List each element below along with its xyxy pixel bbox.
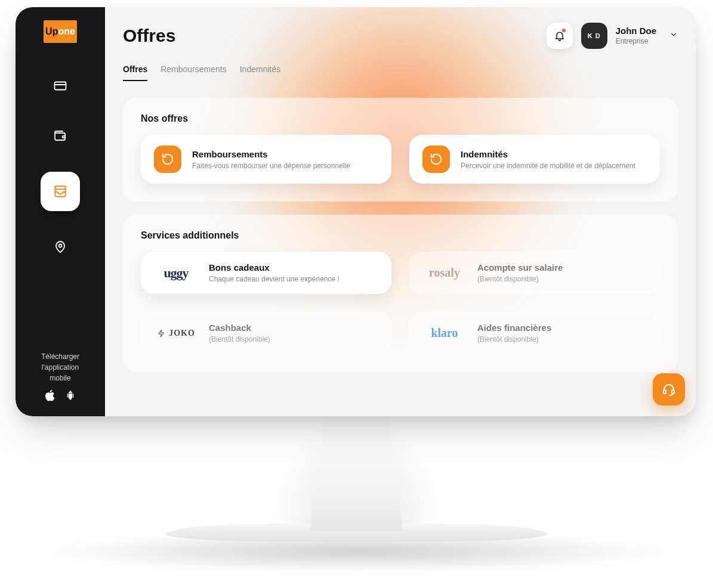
download-label-1: Télécharger (41, 351, 79, 362)
user-name: John Doe (616, 26, 656, 37)
card-subtitle: Chaque cadeau devient une expérience ! (209, 275, 339, 283)
page-title: Offres (123, 26, 175, 46)
tab-remboursements[interactable]: Remboursements (160, 64, 227, 81)
sidebar-item-location[interactable] (46, 233, 75, 261)
card-title: Bons cadeaux (209, 262, 339, 273)
sidebar-item-wallet[interactable] (46, 122, 75, 150)
tabs: Offres Remboursements Indemnités (105, 49, 696, 81)
brand-prefix: Up (45, 26, 58, 37)
sidebar-item-offers[interactable] (41, 172, 80, 211)
notifications-button[interactable] (547, 23, 573, 49)
tab-offres[interactable]: Offres (123, 64, 147, 81)
brand-suffix: one (58, 26, 75, 37)
card-title: Indemnités (461, 149, 635, 159)
card-subtitle: (Bientôt disponible) (477, 275, 563, 283)
location-pin-icon (53, 240, 67, 254)
joko-logo-icon: JOKO (154, 328, 198, 339)
download-label-2: l'application (41, 362, 79, 373)
topbar: Offres K D John Doe Entreprise (105, 7, 696, 49)
card-indemnites[interactable]: Indemnités Percevoir une indemnité de mo… (409, 135, 660, 184)
card-title: Acompte sur salaire (477, 262, 563, 273)
card-subtitle: (Bientôt disponible) (209, 335, 270, 343)
card-joko: JOKO Cashback (Bientôt disponible) (141, 312, 391, 354)
user-menu[interactable]: John Doe Entreprise (616, 26, 656, 46)
refresh-icon (154, 146, 181, 173)
card-uggy[interactable]: uggy Bons cadeaux Chaque cadeau devient … (141, 252, 391, 294)
inbox-icon (53, 184, 68, 199)
tab-label: Indemnités (240, 64, 280, 74)
services-panel-title: Services additionnels (141, 230, 660, 241)
card-subtitle: Faites-vous rembourser une dépense perso… (192, 162, 350, 170)
tab-indemnites[interactable]: Indemnités (240, 64, 280, 81)
user-subtitle: Entreprise (616, 37, 656, 46)
tab-label: Offres (123, 64, 147, 74)
services-panel: Services additionnels uggy Bons cadeaux … (123, 215, 678, 372)
offers-panel: Nos offres Remboursements Faites-vous re… (123, 98, 678, 202)
sidebar-nav (41, 72, 80, 261)
sidebar: Upone Télécharger l'application mobile (16, 7, 105, 416)
tab-label: Remboursements (160, 64, 227, 74)
rosaly-logo-icon: rosaly (422, 266, 467, 280)
android-store-icon[interactable] (65, 389, 76, 404)
card-subtitle: Percevoir une indemnité de mobilité et d… (461, 162, 635, 170)
card-remboursements[interactable]: Remboursements Faites-vous rembourser un… (141, 135, 391, 184)
offers-panel-title: Nos offres (141, 113, 660, 124)
joko-logo-text: JOKO (169, 329, 195, 338)
card-title: Aides financières (477, 323, 551, 333)
svg-rect-5 (672, 390, 674, 394)
card-title: Cashback (209, 323, 270, 333)
monitor-screen: Upone Télécharger l'application mobile (16, 7, 696, 416)
card-subtitle: (Bientôt disponible) (477, 335, 551, 343)
klaro-logo-icon: klaro (422, 326, 467, 340)
download-label-3: mobile (41, 373, 79, 383)
sidebar-footer: Télécharger l'application mobile (41, 351, 79, 404)
support-button[interactable] (653, 373, 685, 406)
avatar-initials: K D (588, 32, 601, 39)
card-rosaly: rosaly Acompte sur salaire (Bientôt disp… (409, 252, 660, 294)
chevron-down-icon[interactable] (669, 30, 678, 41)
svg-rect-0 (55, 82, 66, 90)
svg-point-3 (59, 245, 62, 247)
brand-logo[interactable]: Upone (44, 20, 77, 43)
notification-dot-icon (562, 29, 566, 32)
uggy-logo-icon: uggy (154, 265, 198, 281)
main-content: Offres K D John Doe Entreprise Offres Re… (105, 7, 696, 416)
refresh-icon (422, 146, 450, 173)
headset-icon (662, 382, 676, 397)
card-klaro: klaro Aides financières (Bientôt disponi… (409, 312, 660, 354)
sidebar-item-card[interactable] (46, 72, 75, 100)
card-icon (53, 79, 67, 93)
apple-store-icon[interactable] (45, 389, 55, 404)
card-title: Remboursements (192, 149, 350, 159)
wallet-icon (53, 129, 67, 143)
avatar[interactable]: K D (581, 23, 607, 49)
svg-rect-4 (663, 390, 666, 394)
